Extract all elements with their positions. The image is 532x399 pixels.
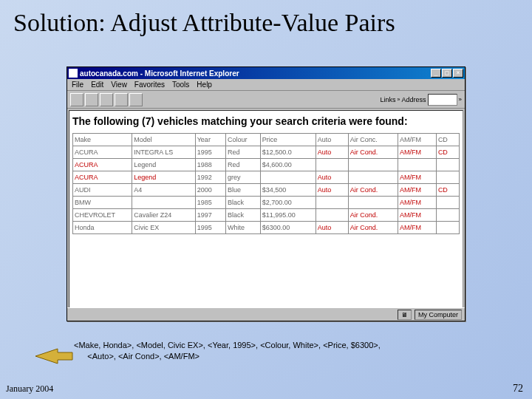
column-header: AM/FM bbox=[398, 134, 437, 146]
footer-page-number: 72 bbox=[513, 383, 523, 395]
cell-cd: CD bbox=[436, 146, 459, 159]
cell-model bbox=[132, 197, 195, 209]
cell-make: BMW bbox=[73, 197, 132, 209]
cell-model: INTEGRA LS bbox=[132, 146, 195, 159]
status-zone-icon: 🖥 bbox=[398, 310, 412, 320]
table-row: HondaCivic EX1995White$6300.00AutoAir Co… bbox=[73, 222, 460, 234]
column-header: Model bbox=[132, 134, 195, 146]
attribute-caption: <Make, Honda>, <Model, Civic EX>, <Year,… bbox=[74, 340, 488, 363]
maximize-button[interactable]: □ bbox=[442, 69, 452, 78]
column-header: CD bbox=[436, 134, 459, 146]
cell-year: 1988 bbox=[195, 159, 225, 171]
menu-bar: File Edit View Favorites Tools Help bbox=[67, 79, 465, 91]
cell-price: $4,600.00 bbox=[260, 159, 316, 171]
caption-line-1: <Make, Honda>, <Model, Civic EX>, <Year,… bbox=[74, 341, 381, 349]
column-header: Air Conc. bbox=[348, 134, 398, 146]
cell-model: Legend bbox=[132, 171, 195, 184]
cell-colour: Red bbox=[226, 159, 261, 171]
column-header: Colour bbox=[226, 134, 261, 146]
column-header: Price bbox=[260, 134, 316, 146]
cell-colour: Blue bbox=[226, 184, 261, 197]
cell-cd bbox=[436, 209, 459, 222]
cell-ac: Air Cond. bbox=[348, 209, 398, 222]
cell-model: Civic EX bbox=[132, 222, 195, 234]
cell-colour: Red bbox=[226, 146, 261, 159]
column-header: Auto bbox=[316, 134, 348, 146]
window-title-text: autocanada.com - Microsoft Internet Expl… bbox=[80, 69, 431, 78]
stop-button[interactable] bbox=[100, 93, 113, 106]
cell-amfm: AM/FM bbox=[398, 197, 437, 209]
home-button[interactable] bbox=[129, 93, 143, 106]
cell-ac: Air Cond. bbox=[348, 222, 398, 234]
cell-price: $2,700.00 bbox=[260, 197, 316, 209]
window-buttons: _ □ × bbox=[431, 69, 463, 78]
cell-ac bbox=[348, 171, 398, 184]
table-row: ACURALegend1992greyAutoAM/FM bbox=[73, 171, 460, 184]
table-row: BMW1985Black$2,700.00AM/FM bbox=[73, 197, 460, 209]
column-header: Year bbox=[195, 134, 225, 146]
cell-model: Cavalier Z24 bbox=[132, 209, 195, 222]
cell-cd bbox=[436, 197, 459, 209]
column-header: Make bbox=[73, 134, 132, 146]
cell-year: 1995 bbox=[195, 222, 225, 234]
cell-cd bbox=[436, 222, 459, 234]
toolbar: Links » Address » bbox=[67, 91, 465, 109]
results-table: MakeModelYearColourPriceAutoAir Conc.AM/… bbox=[72, 133, 460, 234]
cell-price bbox=[260, 171, 316, 184]
cell-amfm: AM/FM bbox=[398, 184, 437, 197]
menu-view[interactable]: View bbox=[111, 81, 127, 89]
cell-amfm bbox=[398, 159, 437, 171]
cell-cd bbox=[436, 159, 459, 171]
minimize-button[interactable]: _ bbox=[431, 69, 441, 78]
cell-auto: Auto bbox=[316, 171, 348, 184]
address-input[interactable] bbox=[428, 94, 457, 106]
cell-auto bbox=[316, 209, 348, 222]
cell-amfm: AM/FM bbox=[398, 209, 437, 222]
cell-make: AUDI bbox=[73, 184, 132, 197]
close-button[interactable]: × bbox=[453, 69, 463, 78]
cell-cd: CD bbox=[436, 184, 459, 197]
cell-auto: Auto bbox=[316, 222, 348, 234]
status-bar: 🖥 My Computer bbox=[67, 307, 465, 321]
cell-ac bbox=[348, 197, 398, 209]
cell-year: 1992 bbox=[195, 171, 225, 184]
cell-make: ACURA bbox=[73, 146, 132, 159]
menu-file[interactable]: File bbox=[72, 81, 83, 89]
back-button[interactable] bbox=[70, 93, 83, 106]
cell-year: 1985 bbox=[195, 197, 225, 209]
cell-colour: grey bbox=[226, 171, 261, 184]
menu-tools[interactable]: Tools bbox=[172, 81, 189, 89]
menu-edit[interactable]: Edit bbox=[91, 81, 103, 89]
forward-button[interactable] bbox=[85, 93, 98, 106]
cell-auto: Auto bbox=[316, 184, 348, 197]
slide-title: Solution: Adjust Attribute-Value Pairs bbox=[0, 0, 532, 37]
cell-cd bbox=[436, 171, 459, 184]
table-row: CHEVROLETCavalier Z241997Black$11,995.00… bbox=[73, 209, 460, 222]
cell-price: $6300.00 bbox=[260, 222, 316, 234]
cell-colour: White bbox=[226, 222, 261, 234]
table-row: ACURAINTEGRA LS1995Red$12,500.0AutoAir C… bbox=[73, 146, 460, 159]
menu-help[interactable]: Help bbox=[197, 81, 212, 89]
cell-make: Honda bbox=[73, 222, 132, 234]
cell-make: CHEVROLET bbox=[73, 209, 132, 222]
refresh-button[interactable] bbox=[115, 93, 128, 106]
window-titlebar: autocanada.com - Microsoft Internet Expl… bbox=[67, 67, 465, 79]
cell-year: 2000 bbox=[195, 184, 225, 197]
browser-window: autocanada.com - Microsoft Internet Expl… bbox=[66, 66, 466, 321]
cell-make: ACURA bbox=[73, 171, 132, 184]
ie-icon bbox=[69, 69, 78, 78]
results-heading: The following (7) vehicles matching your… bbox=[72, 115, 460, 127]
cell-colour: Black bbox=[226, 197, 261, 209]
cell-auto bbox=[316, 197, 348, 209]
address-label: Address bbox=[402, 96, 426, 103]
cell-amfm: AM/FM bbox=[398, 146, 437, 159]
cell-amfm: AM/FM bbox=[398, 222, 437, 234]
cell-ac: Air Cond. bbox=[348, 184, 398, 197]
menu-favorites[interactable]: Favorites bbox=[134, 81, 165, 89]
cell-model: Legend bbox=[132, 159, 195, 171]
cell-model: A4 bbox=[132, 184, 195, 197]
table-row: ACURALegend1988Red$4,600.00 bbox=[73, 159, 460, 171]
cell-price: $34,500 bbox=[260, 184, 316, 197]
cell-amfm: AM/FM bbox=[398, 171, 437, 184]
cell-price: $11,995.00 bbox=[260, 209, 316, 222]
